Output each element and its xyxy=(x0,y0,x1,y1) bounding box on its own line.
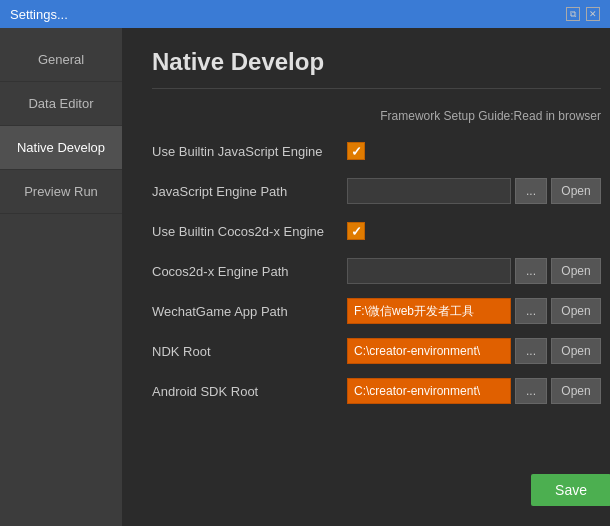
framework-guide-text: Framework Setup Guide:Read in browser xyxy=(380,109,601,123)
dots-button-js-engine-path[interactable]: ... xyxy=(515,178,547,204)
open-button-cocos2d-engine-path[interactable]: Open xyxy=(551,258,601,284)
dots-button-wechat-app-path[interactable]: ... xyxy=(515,298,547,324)
sidebar-item-general[interactable]: General xyxy=(0,38,122,82)
form-row-js-engine-path: JavaScript Engine Path...Open xyxy=(152,177,601,205)
dots-button-cocos2d-engine-path[interactable]: ... xyxy=(515,258,547,284)
input-cocos2d-engine-path[interactable] xyxy=(347,258,511,284)
open-button-js-engine-path[interactable]: Open xyxy=(551,178,601,204)
input-js-engine-path[interactable] xyxy=(347,178,511,204)
dots-button-ndk-root[interactable]: ... xyxy=(515,338,547,364)
label-wechat-app-path: WechatGame App Path xyxy=(152,304,347,319)
form-row-ndk-root: NDK Root...Open xyxy=(152,337,601,365)
checkbox-use-builtin-js[interactable]: ✓ xyxy=(347,142,365,160)
form-row-use-builtin-cocos2d: Use Builtin Cocos2d-x Engine✓ xyxy=(152,217,601,245)
label-js-engine-path: JavaScript Engine Path xyxy=(152,184,347,199)
form-row-android-sdk-root: Android SDK Root...Open xyxy=(152,377,601,405)
sidebar-item-native-develop[interactable]: Native Develop xyxy=(0,126,122,170)
input-wechat-app-path[interactable] xyxy=(347,298,511,324)
input-android-sdk-root[interactable] xyxy=(347,378,511,404)
dots-button-android-sdk-root[interactable]: ... xyxy=(515,378,547,404)
title-bar-actions: ⧉ ✕ xyxy=(566,7,600,21)
framework-guide: Framework Setup Guide:Read in browser xyxy=(152,109,601,123)
sidebar-item-data-editor[interactable]: Data Editor xyxy=(0,82,122,126)
form-row-cocos2d-engine-path: Cocos2d-x Engine Path...Open xyxy=(152,257,601,285)
label-android-sdk-root: Android SDK Root xyxy=(152,384,347,399)
sidebar-item-preview-run[interactable]: Preview Run xyxy=(0,170,122,214)
checkbox-use-builtin-cocos2d[interactable]: ✓ xyxy=(347,222,365,240)
label-use-builtin-cocos2d: Use Builtin Cocos2d-x Engine xyxy=(152,224,347,239)
sidebar: GeneralData EditorNative DevelopPreview … xyxy=(0,28,122,526)
content-area: Native Develop Framework Setup Guide:Rea… xyxy=(122,28,610,526)
input-ndk-root[interactable] xyxy=(347,338,511,364)
label-ndk-root: NDK Root xyxy=(152,344,347,359)
title-bar-text: Settings... xyxy=(10,7,68,22)
title-bar: Settings... ⧉ ✕ xyxy=(0,0,610,28)
form-row-use-builtin-js: Use Builtin JavaScript Engine✓ xyxy=(152,137,601,165)
close-button[interactable]: ✕ xyxy=(586,7,600,21)
open-button-ndk-root[interactable]: Open xyxy=(551,338,601,364)
form-row-wechat-app-path: WechatGame App Path...Open xyxy=(152,297,601,325)
form-rows: Use Builtin JavaScript Engine✓JavaScript… xyxy=(152,137,601,405)
page-title: Native Develop xyxy=(152,48,601,89)
label-cocos2d-engine-path: Cocos2d-x Engine Path xyxy=(152,264,347,279)
restore-button[interactable]: ⧉ xyxy=(566,7,580,21)
label-use-builtin-js: Use Builtin JavaScript Engine xyxy=(152,144,347,159)
save-button[interactable]: Save xyxy=(531,474,610,506)
main-layout: GeneralData EditorNative DevelopPreview … xyxy=(0,28,610,526)
open-button-android-sdk-root[interactable]: Open xyxy=(551,378,601,404)
open-button-wechat-app-path[interactable]: Open xyxy=(551,298,601,324)
